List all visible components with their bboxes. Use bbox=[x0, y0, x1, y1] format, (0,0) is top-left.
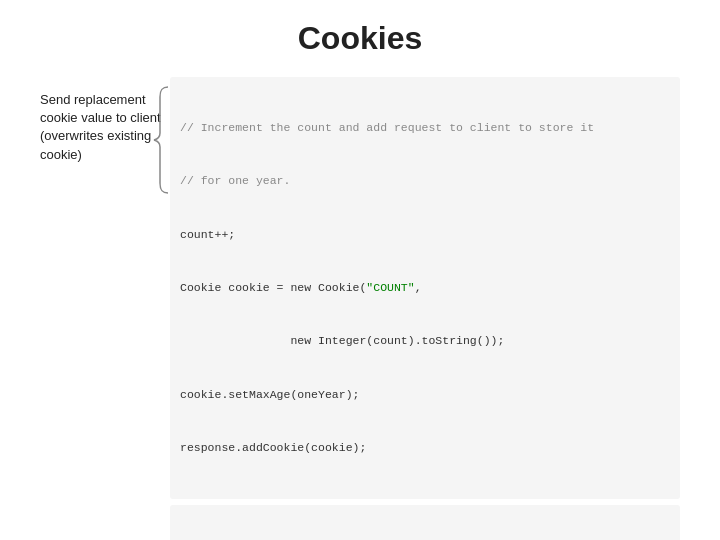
code-block-1: // Increment the count and add request t… bbox=[170, 77, 680, 499]
left-label-area: Send replacement cookie value to client … bbox=[40, 77, 170, 540]
code-line-addcookie: response.addCookie(cookie); bbox=[180, 439, 670, 457]
slide-container: Cookies Send replacement cookie value to… bbox=[0, 0, 720, 540]
code-line-comment1: // Increment the count and add request t… bbox=[180, 119, 670, 137]
code-line-maxage: cookie.setMaxAge(oneYear); bbox=[180, 386, 670, 404]
code-line-comment2: // for one year. bbox=[180, 172, 670, 190]
code-block-2: // Set the HTTP content type in response… bbox=[170, 505, 680, 540]
slide-title: Cookies bbox=[298, 20, 422, 57]
code-line-cookie1: Cookie cookie = new Cookie("COUNT", bbox=[180, 279, 670, 297]
curly-brace-icon bbox=[152, 85, 170, 195]
content-area: Send replacement cookie value to client … bbox=[40, 77, 680, 540]
code-area: // Increment the count and add request t… bbox=[170, 77, 680, 540]
code-line-cookie2: new Integer(count).toString()); bbox=[180, 332, 670, 350]
code-line-count: count++; bbox=[180, 226, 670, 244]
send-replacement-label: Send replacement cookie value to client … bbox=[40, 91, 170, 164]
